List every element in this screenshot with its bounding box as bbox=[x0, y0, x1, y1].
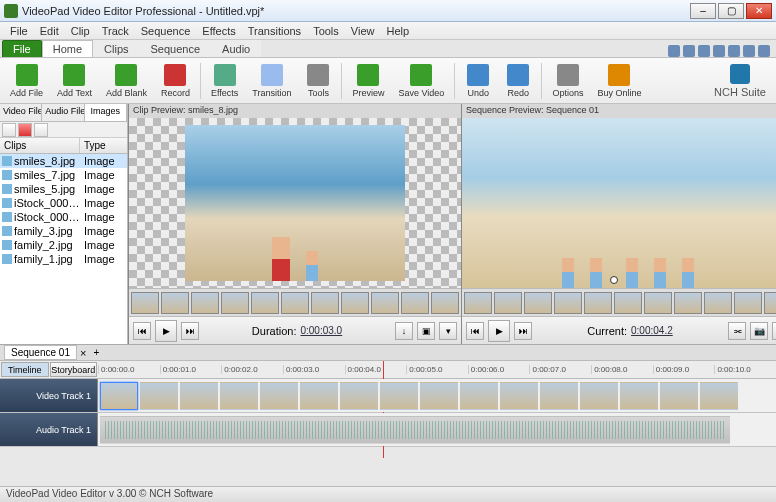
bin-add-icon[interactable] bbox=[2, 123, 16, 137]
frame-thumb[interactable] bbox=[191, 292, 219, 314]
effects-button[interactable]: Effects bbox=[205, 62, 244, 100]
clip-frame-strip[interactable] bbox=[129, 288, 461, 316]
audio-clip[interactable] bbox=[100, 416, 730, 444]
transition-button[interactable]: Transition bbox=[246, 62, 297, 100]
frame-thumb[interactable] bbox=[431, 292, 459, 314]
minimize-button[interactable]: – bbox=[690, 3, 716, 19]
bin-item[interactable]: smiles_8.jpgImage bbox=[0, 154, 127, 168]
bin-item[interactable]: family_1.jpgImage bbox=[0, 252, 127, 266]
frame-thumb[interactable] bbox=[221, 292, 249, 314]
video-clip[interactable] bbox=[220, 382, 258, 410]
frame-thumb[interactable] bbox=[674, 292, 702, 314]
save-video-button[interactable]: Save Video bbox=[393, 62, 451, 100]
video-clip[interactable] bbox=[340, 382, 378, 410]
menu-tools[interactable]: Tools bbox=[307, 23, 345, 39]
menu-view[interactable]: View bbox=[345, 23, 381, 39]
video-clip[interactable] bbox=[540, 382, 578, 410]
seq-prev-button[interactable]: ⏮ bbox=[466, 322, 484, 340]
share-icon[interactable] bbox=[713, 45, 725, 57]
twitter-icon[interactable] bbox=[683, 45, 695, 57]
sequence-frame-strip[interactable] bbox=[462, 288, 776, 316]
menu-transitions[interactable]: Transitions bbox=[242, 23, 307, 39]
frame-thumb[interactable] bbox=[644, 292, 672, 314]
frame-thumb[interactable] bbox=[704, 292, 732, 314]
video-clip[interactable] bbox=[500, 382, 538, 410]
menu-file[interactable]: File bbox=[4, 23, 34, 39]
bin-item[interactable]: smiles_5.jpgImage bbox=[0, 182, 127, 196]
menu-clip[interactable]: Clip bbox=[65, 23, 96, 39]
tab-file[interactable]: File bbox=[2, 40, 42, 57]
sequence-tab[interactable]: Sequence 01 bbox=[4, 345, 77, 360]
frame-thumb[interactable] bbox=[311, 292, 339, 314]
more-icon[interactable] bbox=[758, 45, 770, 57]
bin-item[interactable]: smiles_7.jpgImage bbox=[0, 168, 127, 182]
seq-snapshot-button[interactable]: 📷 bbox=[750, 322, 768, 340]
frame-thumb[interactable] bbox=[494, 292, 522, 314]
frame-thumb[interactable] bbox=[131, 292, 159, 314]
tab-audio[interactable]: Audio bbox=[211, 40, 261, 57]
bin-tab-video-files[interactable]: Video Files bbox=[0, 104, 42, 121]
video-clip[interactable] bbox=[620, 382, 658, 410]
preview-button[interactable]: Preview bbox=[346, 62, 390, 100]
frame-thumb[interactable] bbox=[341, 292, 369, 314]
frame-thumb[interactable] bbox=[401, 292, 429, 314]
frame-thumb[interactable] bbox=[251, 292, 279, 314]
facebook-icon[interactable] bbox=[668, 45, 680, 57]
clip-preview-viewer[interactable] bbox=[129, 118, 461, 288]
add-sequence-button[interactable]: + bbox=[89, 346, 103, 359]
redo-button[interactable]: Redo bbox=[499, 62, 537, 100]
bin-header-type[interactable]: Type bbox=[80, 138, 110, 153]
clip-duration[interactable]: 0:00:03.0 bbox=[300, 325, 342, 336]
video-clip[interactable] bbox=[180, 382, 218, 410]
frame-thumb[interactable] bbox=[554, 292, 582, 314]
clip-next-button[interactable]: ⏭ bbox=[181, 322, 199, 340]
bin-header-clips[interactable]: Clips bbox=[0, 138, 80, 153]
clip-prev-button[interactable]: ⏮ bbox=[133, 322, 151, 340]
menu-effects[interactable]: Effects bbox=[196, 23, 241, 39]
options-button[interactable]: Options bbox=[546, 62, 589, 100]
add-blank-button[interactable]: Add Blank bbox=[100, 62, 153, 100]
frame-thumb[interactable] bbox=[734, 292, 762, 314]
add-file-button[interactable]: Add File bbox=[4, 62, 49, 100]
nch-suite-button[interactable]: NCH Suite bbox=[714, 64, 772, 98]
menu-sequence[interactable]: Sequence bbox=[135, 23, 197, 39]
video-clip[interactable] bbox=[380, 382, 418, 410]
tab-sequence[interactable]: Sequence bbox=[140, 40, 212, 57]
maximize-button[interactable]: ▢ bbox=[718, 3, 744, 19]
add-text-button[interactable]: Add Text bbox=[51, 62, 98, 100]
frame-thumb[interactable] bbox=[281, 292, 309, 314]
video-clip[interactable] bbox=[660, 382, 698, 410]
close-button[interactable]: ✕ bbox=[746, 3, 772, 19]
tab-clips[interactable]: Clips bbox=[93, 40, 139, 57]
record-button[interactable]: Record bbox=[155, 62, 196, 100]
bin-list[interactable]: smiles_8.jpgImagesmiles_7.jpgImagesmiles… bbox=[0, 154, 127, 344]
bin-item[interactable]: family_3.jpgImage bbox=[0, 224, 127, 238]
audio-track-body[interactable] bbox=[98, 413, 776, 446]
bin-item[interactable]: iStock_000015013068SmImage bbox=[0, 210, 127, 224]
clip-play-button[interactable]: ▶ bbox=[155, 320, 177, 342]
clip-add-button[interactable]: ▣ bbox=[417, 322, 435, 340]
video-clip[interactable] bbox=[580, 382, 618, 410]
seq-options-button[interactable]: ▾ bbox=[772, 322, 776, 340]
bin-item[interactable]: iStock_000015049876SmImage bbox=[0, 196, 127, 210]
bin-tab-audio-files[interactable]: Audio Files bbox=[42, 104, 84, 121]
menu-edit[interactable]: Edit bbox=[34, 23, 65, 39]
frame-thumb[interactable] bbox=[371, 292, 399, 314]
frame-thumb[interactable] bbox=[764, 292, 776, 314]
rss-icon[interactable] bbox=[743, 45, 755, 57]
bin-view-icon[interactable] bbox=[34, 123, 48, 137]
video-clip[interactable] bbox=[260, 382, 298, 410]
bin-delete-icon[interactable] bbox=[18, 123, 32, 137]
video-clip[interactable] bbox=[700, 382, 738, 410]
bin-tab-images[interactable]: Images bbox=[85, 104, 127, 121]
clip-options-button[interactable]: ▾ bbox=[439, 322, 457, 340]
sequence-preview-viewer[interactable] bbox=[462, 118, 776, 288]
clip-in-button[interactable]: ↓ bbox=[395, 322, 413, 340]
seq-play-button[interactable]: ▶ bbox=[488, 320, 510, 342]
timeline-ruler[interactable]: 0:00:00.00:00:01.00:00:02.00:00:03.00:00… bbox=[98, 361, 776, 378]
video-track-body[interactable] bbox=[98, 379, 776, 412]
frame-thumb[interactable] bbox=[161, 292, 189, 314]
bin-item[interactable]: family_2.jpgImage bbox=[0, 238, 127, 252]
video-clip[interactable] bbox=[460, 382, 498, 410]
frame-thumb[interactable] bbox=[524, 292, 552, 314]
